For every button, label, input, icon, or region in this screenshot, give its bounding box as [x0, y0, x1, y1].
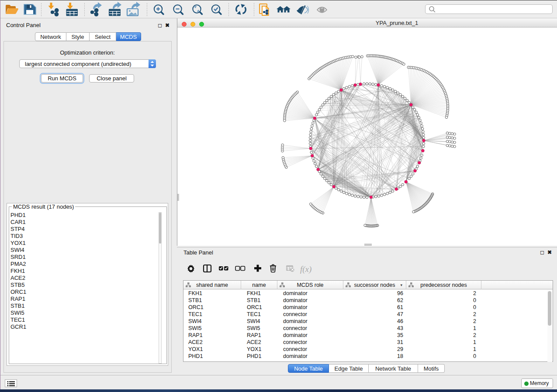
- svg-text:f(x): f(x): [300, 265, 311, 274]
